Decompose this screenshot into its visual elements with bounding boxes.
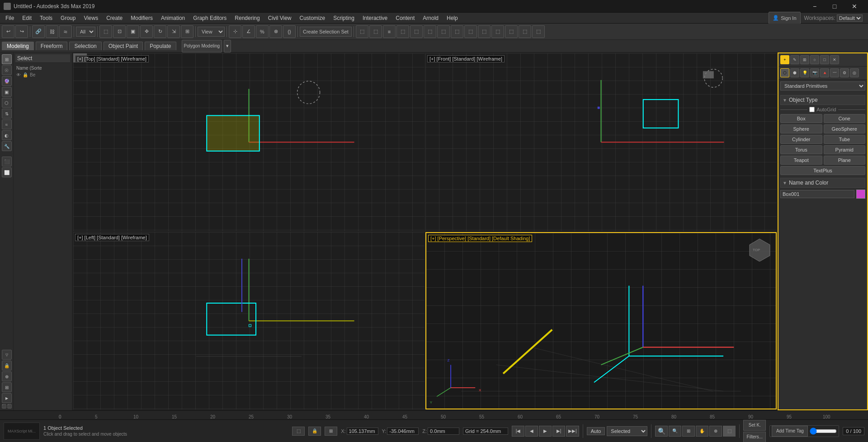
time-slider[interactable] — [810, 428, 837, 435]
extra-rp1[interactable]: ◎ — [850, 68, 859, 77]
geosphere-button[interactable]: GeoSphere — [824, 124, 866, 133]
pan-btn[interactable]: ✋ — [696, 426, 708, 437]
viewport-left[interactable]: [+] [Left] [Standard] [Wireframe] — [73, 232, 425, 410]
filter-icon-btn[interactable]: ▽ — [2, 350, 12, 360]
create-tab[interactable]: + — [780, 55, 789, 64]
cube-navigator[interactable]: TOP — [747, 237, 772, 261]
extra-btn8[interactable]: ⬚ — [532, 25, 545, 38]
box-button[interactable]: Box — [780, 114, 822, 123]
menu-file[interactable]: File — [2, 14, 18, 22]
auto-btn[interactable]: Auto — [587, 427, 605, 435]
select-region-button[interactable]: ⊡ — [113, 25, 126, 38]
menu-content[interactable]: Content — [392, 14, 418, 22]
close-button[interactable]: ✕ — [844, 0, 864, 13]
helpers-btn[interactable]: 🔺 — [820, 68, 829, 77]
viewport-left-label[interactable]: [+] [Left] [Standard] [Wireframe] — [75, 234, 149, 241]
extra-btn5[interactable]: ⬚ — [491, 25, 504, 38]
next-frame-btn[interactable]: ▶| — [552, 426, 565, 437]
camera-btn[interactable]: 📷 — [810, 68, 819, 77]
filter-dropdown[interactable]: All — [76, 27, 95, 37]
snap-button[interactable]: ⊹ — [229, 25, 241, 38]
rollout-btn[interactable]: ⬛ — [2, 157, 12, 166]
add-time-tag-btn[interactable]: Add Time Tag — [772, 426, 808, 437]
set-k-btn[interactable]: Set K. — [743, 420, 766, 431]
tab-object-paint[interactable]: Object Paint — [104, 42, 143, 50]
hierarchy-tab[interactable]: ⊞ — [800, 55, 809, 64]
motion-tab[interactable]: ○ — [810, 55, 819, 64]
torus-button[interactable]: Torus — [780, 145, 822, 154]
align-button[interactable]: ≡ — [383, 25, 396, 38]
extra-side2[interactable]: ⊞ — [2, 382, 12, 392]
sphere-button[interactable]: Sphere — [780, 124, 822, 133]
curve-button[interactable]: ⬚ — [410, 25, 423, 38]
viewport-perspective[interactable]: Z X Y TOP [+] [Perspective] [Standard] [… — [425, 232, 777, 410]
cone-button[interactable]: Cone — [824, 114, 866, 123]
name-input[interactable] — [780, 190, 854, 198]
menu-civil-view[interactable]: Civil View — [264, 14, 295, 22]
shapes-btn[interactable]: ⬢ — [790, 68, 799, 77]
name-color-header[interactable]: ▼ Name and Color — [780, 178, 865, 188]
workspaces-select[interactable]: Default — [837, 14, 863, 22]
prev-frame-btn[interactable]: ◀ — [525, 426, 538, 437]
angle-snap-button[interactable]: ∠ — [242, 25, 255, 38]
maximize-button[interactable]: □ — [825, 0, 844, 13]
hierarchy-btn[interactable]: ⇅ — [2, 109, 12, 119]
layers-button[interactable]: ⬚ — [396, 25, 409, 38]
tab-selection[interactable]: Selection — [69, 42, 101, 50]
lights-btn[interactable]: 💡 — [800, 68, 809, 77]
bind-button[interactable]: ≈ — [59, 25, 72, 38]
select-button[interactable]: ⬚ — [99, 25, 112, 38]
utility-tab[interactable]: ✕ — [830, 55, 839, 64]
mirror-button[interactable]: ⬚ — [369, 25, 382, 38]
object-type-header[interactable]: ▼ Object Type — [780, 95, 865, 105]
menu-group[interactable]: Group — [57, 14, 79, 22]
menu-arnold[interactable]: Arnold — [419, 14, 442, 22]
pyramid-button[interactable]: Pyramid — [824, 145, 866, 154]
bottom-corner-btn[interactable]: ▶ — [2, 393, 12, 403]
create-selection-button[interactable]: Create Selection Set — [300, 27, 352, 37]
menu-edit[interactable]: Edit — [19, 14, 35, 22]
menu-help[interactable]: Help — [443, 14, 462, 22]
autogrid-checkbox[interactable] — [809, 107, 815, 112]
extra-btn3[interactable]: ⬚ — [464, 25, 477, 38]
menu-graph-editors[interactable]: Graph Editors — [189, 14, 230, 22]
textplus-button[interactable]: TextPlus — [780, 166, 865, 175]
motion-btn[interactable]: ≈ — [2, 119, 12, 129]
select-rect-button[interactable]: ▣ — [127, 25, 139, 38]
modify-tab[interactable]: ✎ — [790, 55, 799, 64]
undo-button[interactable]: ↩ — [2, 25, 14, 38]
ribbon-collapse[interactable]: ▾ — [224, 40, 231, 52]
spinner-snap-button[interactable]: ⊗ — [269, 25, 282, 38]
spacewarps-btn[interactable]: 〰 — [830, 68, 839, 77]
rotate-button[interactable]: ↻ — [154, 25, 166, 38]
snap-lock-btn[interactable]: 🔒 — [308, 427, 321, 436]
select-filter-btn[interactable]: ☉ — [2, 65, 12, 75]
display-btn[interactable]: ▣ — [2, 87, 12, 97]
display-tab[interactable]: □ — [820, 55, 829, 64]
goto-start-btn[interactable]: |◀ — [512, 426, 524, 437]
tab-freeform[interactable]: Freeform — [36, 42, 68, 50]
extra-btn4[interactable]: ⬚ — [478, 25, 491, 38]
tube-button[interactable]: Tube — [824, 135, 866, 144]
grid-btn1[interactable]: ⬛ — [2, 404, 6, 409]
move-button[interactable]: ✥ — [140, 25, 153, 38]
viewport-front[interactable]: [+] [Front] [Standard] [Wireframe] — [425, 53, 777, 231]
menu-views[interactable]: Views — [80, 14, 102, 22]
display2-btn[interactable]: ◐ — [2, 130, 12, 140]
extra-btn6[interactable]: ⬚ — [505, 25, 518, 38]
extra-btn7[interactable]: ⬚ — [519, 25, 531, 38]
maxscript-mini[interactable]: MAXScript Mi... — [4, 423, 40, 440]
named-sel-button[interactable]: ⬚ — [356, 25, 368, 38]
utility-btn[interactable]: 🔧 — [2, 141, 12, 151]
lock-btn[interactable]: 🔒 — [2, 361, 12, 371]
extra-btn2[interactable]: ⬚ — [451, 25, 463, 38]
menu-modifiers[interactable]: Modifiers — [127, 14, 156, 22]
teapot-button[interactable]: Teapot — [780, 156, 822, 165]
color-swatch[interactable] — [856, 190, 865, 199]
play-btn[interactable]: ▶ — [539, 426, 552, 437]
rollout2-btn[interactable]: ⬜ — [2, 167, 12, 177]
view-dropdown[interactable]: View — [198, 27, 225, 37]
menu-tools[interactable]: Tools — [36, 14, 56, 22]
zoom-region-btn[interactable]: ⊞ — [682, 426, 695, 437]
tab-modeling[interactable]: Modeling — [2, 42, 34, 50]
